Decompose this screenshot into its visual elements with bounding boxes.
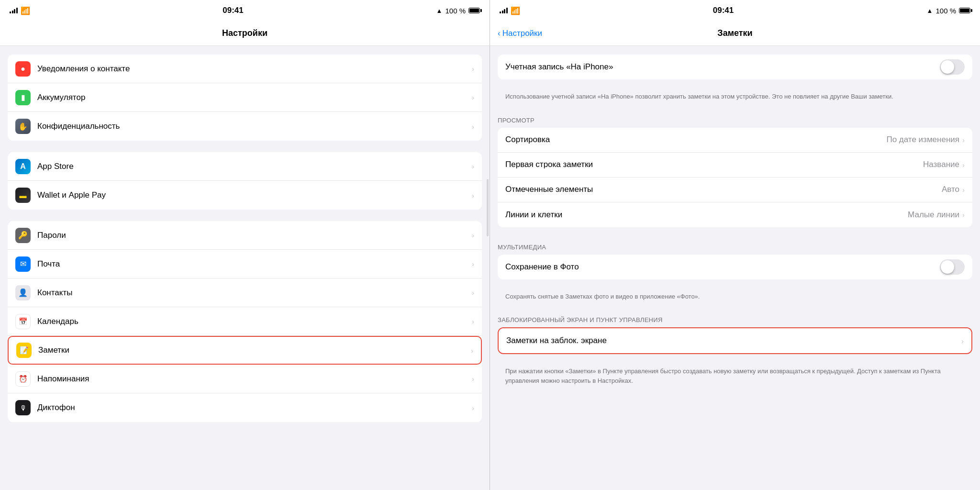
clock-right: 09:41 xyxy=(713,6,734,15)
row-contacts[interactable]: 👤 Контакты › xyxy=(8,278,482,307)
save-photo-toggle[interactable] xyxy=(940,259,965,275)
calendar-label: Календарь xyxy=(37,317,469,326)
toggle-knob-2 xyxy=(941,260,954,274)
chevron-icon: › xyxy=(472,65,474,73)
row-first-row[interactable]: Первая строка заметки Название › xyxy=(498,153,972,178)
wifi-icon: 📶 xyxy=(21,6,30,15)
wallet-label: Wallet и Apple Pay xyxy=(37,190,469,200)
voice-memo-icon: 🎙 xyxy=(15,400,31,415)
save-photo-label: Сохранение в Фото xyxy=(505,262,940,272)
right-page-title: Заметки xyxy=(717,28,752,38)
chevron-icon: › xyxy=(472,122,474,131)
reminders-label: Напоминания xyxy=(37,374,469,384)
location-icon-right: ▲ xyxy=(927,7,933,14)
mail-label: Почта xyxy=(37,259,469,269)
chevron-icon: › xyxy=(472,191,474,200)
row-mail[interactable]: ✉ Почта › xyxy=(8,250,482,278)
wifi-icon-right: 📶 xyxy=(511,6,520,15)
notifications-icon: ● xyxy=(15,61,31,77)
battery-settings-icon: ▮ xyxy=(15,90,31,105)
right-panel: 📶 09:41 ▲ 100 % ‹ Настройки Заметки Учет… xyxy=(490,0,980,490)
battery-icon-right xyxy=(959,8,970,13)
media-section: Сохранение в Фото xyxy=(498,255,972,279)
sort-value: По дате изменения xyxy=(886,135,959,145)
row-iphone-account[interactable]: Учетная запись «На iPhone» xyxy=(498,55,972,79)
status-bar-right: 📶 09:41 ▲ 100 % xyxy=(490,0,980,21)
row-lines[interactable]: Линии и клетки Малые линии › xyxy=(498,202,972,227)
iphone-account-label: Учетная запись «На iPhone» xyxy=(505,62,940,72)
privacy-label: Конфиденциальность xyxy=(37,122,469,131)
right-nav-header: ‹ Настройки Заметки xyxy=(490,21,980,46)
back-button[interactable]: ‹ Настройки xyxy=(498,29,542,38)
locked-section-header: ЗАБЛОКИРОВАННЫЙ ЭКРАН И ПУНКТ УПРАВЛЕНИЯ xyxy=(490,309,980,327)
appstore-icon: A xyxy=(15,159,31,174)
marked-chevron: › xyxy=(962,186,965,194)
calendar-icon: 📅 xyxy=(15,314,31,329)
passwords-icon: 🔑 xyxy=(15,228,31,243)
iphone-account-toggle[interactable] xyxy=(940,59,965,75)
chevron-icon: › xyxy=(472,404,474,412)
left-nav-header: Настройки xyxy=(0,21,490,46)
passwords-label: Пароли xyxy=(37,231,469,240)
view-section-header: ПРОСМОТР xyxy=(490,109,980,128)
notes-locked-label: Заметки на заблок. экране xyxy=(506,336,961,345)
chevron-icon: › xyxy=(472,162,474,170)
media-section-header: МУЛЬТИМЕДИА xyxy=(490,236,980,255)
battery-area: ▲ 100 % xyxy=(436,7,480,15)
row-notes-locked[interactable]: Заметки на заблок. экране › xyxy=(499,328,971,353)
battery-label: Аккумулятор xyxy=(37,93,469,102)
lines-value: Малые линии xyxy=(908,210,959,220)
row-battery[interactable]: ▮ Аккумулятор › xyxy=(8,83,482,112)
row-reminders[interactable]: ⏰ Напоминания › xyxy=(8,365,482,393)
left-section-1: ● Уведомления о контакте › ▮ Аккумулятор… xyxy=(8,55,482,141)
contacts-icon: 👤 xyxy=(15,285,31,301)
marked-value: Авто xyxy=(942,185,959,194)
row-notes[interactable]: 📝 Заметки › xyxy=(8,336,482,365)
toggle-knob xyxy=(941,60,954,74)
clock: 09:41 xyxy=(223,6,243,15)
battery-icon xyxy=(468,8,480,13)
notes-locked-chevron: › xyxy=(961,337,964,345)
row-appstore[interactable]: A App Store › xyxy=(8,152,482,181)
first-row-chevron: › xyxy=(962,161,965,169)
media-section-footer: Сохранять снятые в Заметках фото и видео… xyxy=(490,288,980,309)
right-detail-list: Учетная запись «На iPhone» Использование… xyxy=(490,46,980,490)
left-settings-list[interactable]: ● Уведомления о контакте › ▮ Аккумулятор… xyxy=(0,46,490,490)
chevron-icon: › xyxy=(472,231,474,239)
row-wallet[interactable]: ▬ Wallet и Apple Pay › xyxy=(8,181,482,210)
left-section-3: 🔑 Пароли › ✉ Почта › 👤 Контакты › xyxy=(8,221,482,422)
mail-icon: ✉ xyxy=(15,256,31,272)
row-notifications-contact[interactable]: ● Уведомления о контакте › xyxy=(8,55,482,83)
chevron-icon: › xyxy=(472,93,474,101)
chevron-icon: › xyxy=(472,289,474,297)
battery-pct-right: 100 % xyxy=(935,7,956,15)
lines-chevron: › xyxy=(962,211,965,219)
scroll-indicator xyxy=(487,179,489,236)
left-page-title: Настройки xyxy=(222,28,267,38)
appstore-label: App Store xyxy=(37,162,469,171)
row-save-photo[interactable]: Сохранение в Фото xyxy=(498,255,972,279)
signal-area-right: 📶 xyxy=(500,6,520,15)
battery-pct: 100 % xyxy=(445,7,466,15)
privacy-icon: ✋ xyxy=(15,119,31,134)
row-sort[interactable]: Сортировка По дате изменения › xyxy=(498,128,972,153)
chevron-icon: › xyxy=(471,346,473,355)
row-marked[interactable]: Отмеченные элементы Авто › xyxy=(498,178,972,202)
first-row-value: Название xyxy=(923,160,959,169)
voice-memo-label: Диктофон xyxy=(37,403,469,412)
notes-label: Заметки xyxy=(38,345,468,355)
locked-section-footer: При нажатии кнопки «Заметки» в Пункте уп… xyxy=(490,363,980,393)
wallet-icon: ▬ xyxy=(15,188,31,203)
row-privacy[interactable]: ✋ Конфиденциальность › xyxy=(8,112,482,141)
sort-chevron: › xyxy=(962,136,965,144)
row-calendar[interactable]: 📅 Календарь › xyxy=(8,307,482,336)
signal-bars-icon xyxy=(10,8,18,13)
left-panel: 📶 09:41 ▲ 100 % Настройки ● Уведомления … xyxy=(0,0,490,490)
battery-area-right: ▲ 100 % xyxy=(927,7,970,15)
iphone-account-footer: Использование учетной записи «На iPhone»… xyxy=(490,88,980,109)
row-voice-memo[interactable]: 🎙 Диктофон › xyxy=(8,393,482,422)
first-row-label: Первая строка заметки xyxy=(505,160,923,169)
row-passwords[interactable]: 🔑 Пароли › xyxy=(8,221,482,250)
locked-section: Заметки на заблок. экране › xyxy=(498,327,972,354)
notifications-label: Уведомления о контакте xyxy=(37,64,469,74)
